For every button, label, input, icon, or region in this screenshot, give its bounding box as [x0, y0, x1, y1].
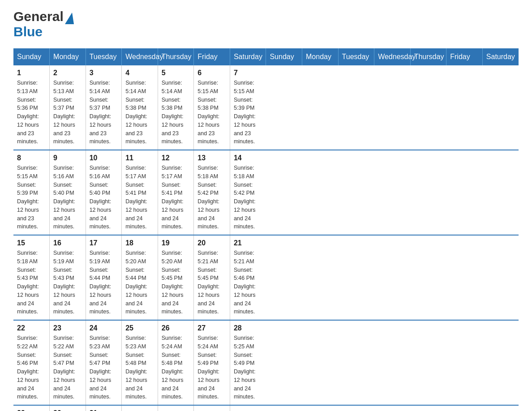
col-header-monday: Monday [302, 48, 339, 65]
day-info: Sunrise: 5:23 AMSunset: 5:48 PMDaylight:… [125, 335, 147, 400]
calendar-cell: 9Sunrise: 5:16 AMSunset: 5:40 PMDaylight… [50, 150, 86, 235]
calendar-cell: 21Sunrise: 5:21 AMSunset: 5:46 PMDayligh… [230, 235, 266, 320]
calendar-cell: 1Sunrise: 5:13 AMSunset: 5:36 PMDaylight… [13, 65, 50, 150]
day-info: Sunrise: 5:18 AMSunset: 5:43 PMDaylight:… [17, 250, 39, 315]
calendar-cell: 25Sunrise: 5:23 AMSunset: 5:48 PMDayligh… [122, 320, 158, 405]
day-info: Sunrise: 5:24 AMSunset: 5:49 PMDaylight:… [197, 335, 219, 400]
day-info: Sunrise: 5:18 AMSunset: 5:42 PMDaylight:… [234, 165, 256, 230]
day-number: 20 [197, 239, 226, 247]
day-info: Sunrise: 5:15 AMSunset: 5:38 PMDaylight:… [197, 80, 219, 145]
logo-triangle-icon [65, 13, 74, 24]
day-info: Sunrise: 5:25 AMSunset: 5:49 PMDaylight:… [234, 335, 256, 400]
page-header: General Blue [13, 9, 519, 39]
day-number: 18 [125, 239, 154, 247]
day-info: Sunrise: 5:22 AMSunset: 5:47 PMDaylight:… [53, 335, 75, 400]
day-number: 25 [125, 324, 154, 332]
day-info: Sunrise: 5:24 AMSunset: 5:48 PMDaylight:… [162, 335, 184, 400]
calendar-week-row: 8Sunrise: 5:15 AMSunset: 5:39 PMDaylight… [13, 150, 519, 235]
calendar-cell: 6Sunrise: 5:15 AMSunset: 5:38 PMDaylight… [194, 65, 230, 150]
calendar-cell: 19Sunrise: 5:20 AMSunset: 5:45 PMDayligh… [158, 235, 194, 320]
day-number: 17 [90, 239, 118, 247]
col-header-saturday: Saturday [482, 48, 519, 65]
day-info: Sunrise: 5:13 AMSunset: 5:36 PMDaylight:… [17, 80, 39, 145]
day-number: 1 [17, 69, 46, 77]
calendar-cell: 8Sunrise: 5:15 AMSunset: 5:39 PMDaylight… [13, 150, 50, 235]
col-header-friday: Friday [446, 48, 483, 65]
day-number: 26 [162, 324, 190, 332]
day-number: 7 [234, 69, 262, 77]
calendar-cell: 4Sunrise: 5:14 AMSunset: 5:38 PMDaylight… [122, 65, 158, 150]
day-info: Sunrise: 5:19 AMSunset: 5:44 PMDaylight:… [90, 250, 112, 315]
calendar-cell: 30Sunrise: 5:26 AMSunset: 5:50 PMDayligh… [50, 405, 86, 411]
calendar-cell: 18Sunrise: 5:20 AMSunset: 5:44 PMDayligh… [122, 235, 158, 320]
calendar-week-row: 1Sunrise: 5:13 AMSunset: 5:36 PMDaylight… [13, 65, 519, 150]
calendar-cell: 13Sunrise: 5:18 AMSunset: 5:42 PMDayligh… [194, 150, 230, 235]
day-info: Sunrise: 5:13 AMSunset: 5:37 PMDaylight:… [53, 80, 75, 145]
calendar-cell: 26Sunrise: 5:24 AMSunset: 5:48 PMDayligh… [158, 320, 194, 405]
calendar-header-row: SundayMondayTuesdayWednesdayThursdayFrid… [13, 48, 519, 65]
calendar-cell: 14Sunrise: 5:18 AMSunset: 5:42 PMDayligh… [230, 150, 266, 235]
calendar-cell: 11Sunrise: 5:17 AMSunset: 5:41 PMDayligh… [122, 150, 158, 235]
day-number: 29 [17, 409, 46, 411]
day-info: Sunrise: 5:20 AMSunset: 5:44 PMDaylight:… [125, 250, 147, 315]
calendar-cell: 20Sunrise: 5:21 AMSunset: 5:45 PMDayligh… [194, 235, 230, 320]
calendar-cell [122, 405, 158, 411]
day-number: 10 [90, 154, 118, 162]
day-info: Sunrise: 5:16 AMSunset: 5:40 PMDaylight:… [90, 165, 112, 230]
col-header-friday: Friday [194, 48, 230, 65]
day-number: 3 [90, 69, 118, 77]
day-number: 23 [53, 324, 82, 332]
day-number: 31 [90, 409, 118, 411]
day-number: 24 [90, 324, 118, 332]
day-number: 22 [17, 324, 46, 332]
calendar-cell [158, 405, 194, 411]
day-info: Sunrise: 5:17 AMSunset: 5:41 PMDaylight:… [162, 165, 184, 230]
calendar-cell: 12Sunrise: 5:17 AMSunset: 5:41 PMDayligh… [158, 150, 194, 235]
logo: General Blue [13, 9, 74, 39]
day-info: Sunrise: 5:15 AMSunset: 5:39 PMDaylight:… [17, 165, 39, 230]
day-info: Sunrise: 5:14 AMSunset: 5:38 PMDaylight:… [162, 80, 184, 145]
col-header-thursday: Thursday [158, 48, 194, 65]
day-info: Sunrise: 5:20 AMSunset: 5:45 PMDaylight:… [162, 250, 184, 315]
day-number: 21 [234, 239, 262, 247]
col-header-sunday: Sunday [13, 48, 50, 65]
day-number: 27 [197, 324, 226, 332]
day-info: Sunrise: 5:19 AMSunset: 5:43 PMDaylight:… [53, 250, 75, 315]
day-info: Sunrise: 5:23 AMSunset: 5:47 PMDaylight:… [90, 335, 112, 400]
calendar-week-row: 29Sunrise: 5:25 AMSunset: 5:50 PMDayligh… [13, 405, 519, 411]
calendar-cell: 31Sunrise: 5:26 AMSunset: 5:51 PMDayligh… [86, 405, 122, 411]
calendar-cell: 2Sunrise: 5:13 AMSunset: 5:37 PMDaylight… [50, 65, 86, 150]
calendar-cell [194, 405, 230, 411]
day-number: 19 [162, 239, 190, 247]
col-header-saturday: Saturday [230, 48, 266, 65]
day-number: 5 [162, 69, 190, 77]
calendar-week-row: 22Sunrise: 5:22 AMSunset: 5:46 PMDayligh… [13, 320, 519, 405]
day-number: 11 [125, 154, 154, 162]
col-header-monday: Monday [50, 48, 86, 65]
day-number: 6 [197, 69, 226, 77]
logo-blue-text: Blue [13, 24, 43, 39]
logo-general-text: General [13, 9, 64, 24]
day-info: Sunrise: 5:21 AMSunset: 5:45 PMDaylight:… [197, 250, 219, 315]
calendar-cell: 27Sunrise: 5:24 AMSunset: 5:49 PMDayligh… [194, 320, 230, 405]
day-number: 9 [53, 154, 82, 162]
calendar-cell [230, 405, 266, 411]
calendar-cell: 16Sunrise: 5:19 AMSunset: 5:43 PMDayligh… [50, 235, 86, 320]
col-header-wednesday: Wednesday [374, 48, 411, 65]
day-number: 2 [53, 69, 82, 77]
col-header-wednesday: Wednesday [122, 48, 158, 65]
day-number: 14 [234, 154, 262, 162]
calendar-week-row: 15Sunrise: 5:18 AMSunset: 5:43 PMDayligh… [13, 235, 519, 320]
day-info: Sunrise: 5:21 AMSunset: 5:46 PMDaylight:… [234, 250, 256, 315]
calendar-cell: 15Sunrise: 5:18 AMSunset: 5:43 PMDayligh… [13, 235, 50, 320]
day-info: Sunrise: 5:15 AMSunset: 5:39 PMDaylight:… [234, 80, 256, 145]
day-number: 4 [125, 69, 154, 77]
calendar-cell: 5Sunrise: 5:14 AMSunset: 5:38 PMDaylight… [158, 65, 194, 150]
day-info: Sunrise: 5:16 AMSunset: 5:40 PMDaylight:… [53, 165, 75, 230]
col-header-tuesday: Tuesday [86, 48, 122, 65]
day-number: 30 [53, 409, 82, 411]
calendar-cell: 23Sunrise: 5:22 AMSunset: 5:47 PMDayligh… [50, 320, 86, 405]
day-info: Sunrise: 5:17 AMSunset: 5:41 PMDaylight:… [125, 165, 147, 230]
day-number: 12 [162, 154, 190, 162]
col-header-tuesday: Tuesday [338, 48, 374, 65]
